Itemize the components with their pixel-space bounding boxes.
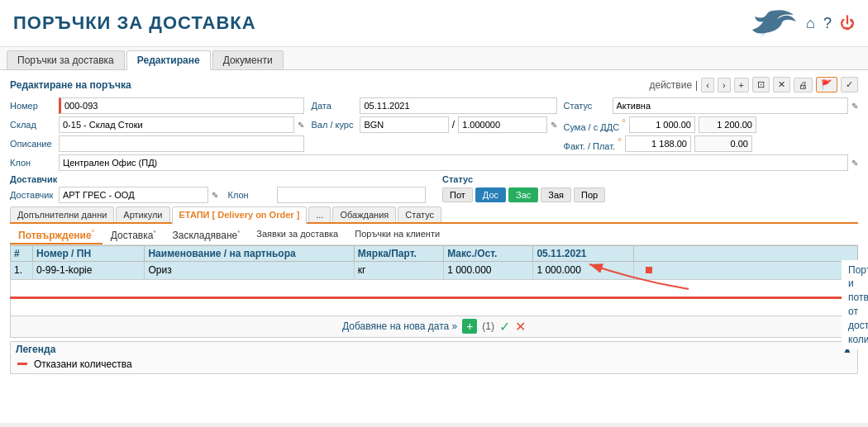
legend-header[interactable]: Легенда ▲	[11, 342, 857, 357]
cell-number-pn: 0-99-1-kopie	[33, 261, 145, 279]
description-input[interactable]	[59, 135, 304, 152]
col-unit: Мярка/Парт.	[354, 245, 443, 261]
date-input[interactable]	[360, 97, 556, 114]
status-zay-button[interactable]: Зая	[541, 187, 571, 202]
invoice-input2[interactable]	[694, 135, 752, 152]
status-buttons: Пот Дос Зас Зая Пор	[442, 187, 858, 202]
add-date-button[interactable]: +	[462, 319, 477, 334]
warehouse-input[interactable]	[59, 116, 294, 133]
supplier-edit-icon[interactable]: ✎	[212, 191, 218, 200]
table-row-empty-1	[11, 279, 858, 297]
section-title: Редактиране на поръчка	[10, 79, 131, 91]
branch-input[interactable]	[59, 154, 848, 171]
power-button[interactable]: ⏻	[840, 15, 855, 32]
status-section: Статус Пот Дос Зас Зая Пор	[442, 174, 858, 203]
warehouse-label: Склад	[10, 120, 55, 130]
nav-prev-button[interactable]: ‹	[701, 78, 714, 93]
tab-comments[interactable]: Обаждания	[332, 206, 396, 222]
sum-input[interactable]	[629, 116, 695, 133]
content-area: Редактиране на поръчка действие | ‹ › + …	[0, 70, 868, 423]
subtab-client-orders[interactable]: Поръчки на клиенти	[346, 227, 448, 244]
toolbar-right: действие | ‹ › + ⊡ ✕ 🖨 🚩 ✓	[649, 77, 858, 93]
legend-collapse-icon: ▲	[842, 344, 852, 355]
branch-edit-icon[interactable]: ✎	[851, 159, 858, 168]
tab-stages[interactable]: ЕТАПИ [ Delivery on Order ]	[172, 206, 308, 224]
col-empty	[634, 245, 858, 261]
supplier-branch-input[interactable]	[277, 187, 427, 203]
cancel-add-button[interactable]: ✕	[515, 319, 526, 334]
cell-date-val: 1 000.000	[533, 261, 634, 279]
table-header-row: # Номер / ПН Наименование / на партньора…	[11, 245, 858, 261]
print-button[interactable]: 🖨	[794, 78, 813, 93]
currency-input[interactable]	[360, 116, 448, 133]
add-row: Добавяне на нова дата » + (1) ✓ ✕	[10, 316, 858, 338]
tab-edit[interactable]: Редактиране	[126, 50, 211, 70]
sum-label: Сума / с ДДС °	[564, 117, 626, 132]
check-button[interactable]: ✓	[841, 77, 858, 93]
inner-tabs: Допълнителни данни Артикули ЕТАПИ [ Deli…	[10, 206, 858, 224]
toolbar-separator: |	[695, 79, 698, 91]
tab-articles[interactable]: Артикули	[116, 206, 169, 222]
legend-section: Легенда ▲ Отказани количества	[10, 341, 858, 374]
tab-additional[interactable]: Допълнителни данни	[10, 206, 114, 222]
header-title: ПОРЪЧКИ ЗА ДОСТАВКА	[13, 12, 256, 34]
home-button[interactable]: ⌂	[806, 15, 815, 32]
col-name: Наименование / на партньора	[145, 245, 354, 261]
tab-documents[interactable]: Документи	[212, 50, 284, 69]
col-date: 05.11.2021	[533, 245, 634, 261]
sum-input2[interactable]	[699, 116, 756, 133]
description-label: Описание	[10, 139, 55, 149]
add-row-label: Добавяне на нова дата »	[342, 320, 457, 332]
subtab-booking[interactable]: Заскладяване*	[165, 227, 249, 244]
sub-tabs: Потвърждение° Доставка* Заскладяване* За…	[10, 227, 858, 245]
tab-status[interactable]: Статус	[398, 206, 441, 222]
cell-name: Ориз	[145, 261, 354, 279]
table-row[interactable]: 1. 0-99-1-kopie Ориз кг 1 000.000 1 000.…	[11, 261, 858, 279]
supplier-title: Доставчик	[10, 174, 426, 184]
subtab-confirmation[interactable]: Потвърждение°	[10, 227, 103, 244]
flag-button[interactable]: 🚩	[816, 77, 837, 93]
currency-label: Вал / курс	[311, 120, 356, 130]
status-dos-button[interactable]: Дос	[475, 187, 506, 202]
supplier-input[interactable]	[59, 187, 208, 203]
status-por-button[interactable]: Пор	[574, 187, 605, 202]
copy-button[interactable]: ⊡	[752, 77, 770, 93]
confirm-add-button[interactable]: ✓	[499, 319, 510, 334]
invoice-input[interactable]	[625, 135, 691, 152]
currency-edit-icon[interactable]: ✎	[551, 121, 557, 130]
legend-item-label: Отказани количества	[34, 358, 132, 370]
main-tabs: Поръчки за доставка Редактиране Документ…	[0, 47, 868, 70]
subtab-delivery-orders[interactable]: Заявки за доставка	[248, 227, 346, 244]
status-input[interactable]	[613, 97, 848, 114]
currency-sep: /	[452, 119, 455, 130]
form-row-1: Номер Дата Статус ✎	[10, 97, 858, 114]
subtab-delivery[interactable]: Доставка*	[103, 227, 165, 244]
warehouse-edit-icon[interactable]: ✎	[298, 121, 304, 130]
status-section-title: Статус	[442, 174, 858, 184]
supplier-branch-label: Клон	[228, 190, 274, 200]
nav-next-button[interactable]: ›	[718, 78, 731, 93]
branch-label: Клон	[10, 158, 55, 168]
cell-max-ost: 1 000.000	[444, 261, 533, 279]
delete-button[interactable]: ✕	[773, 77, 790, 93]
data-table: # Номер / ПН Наименование / на партньора…	[10, 245, 858, 316]
status-label: Статус	[564, 101, 609, 111]
tab-orders[interactable]: Поръчки за доставка	[7, 50, 125, 69]
status-edit-icon[interactable]: ✎	[851, 102, 858, 111]
status-pot-button[interactable]: Пот	[442, 187, 473, 202]
bird-logo	[748, 7, 798, 40]
number-input[interactable]	[59, 97, 304, 114]
cell-num: 1.	[11, 261, 33, 279]
currency-rate-input[interactable]	[458, 116, 546, 133]
status-zas-button[interactable]: Зас	[508, 187, 538, 202]
col-num: #	[11, 245, 33, 261]
date-label: Дата	[311, 101, 356, 111]
add-button[interactable]: +	[734, 78, 749, 93]
number-label: Номер	[10, 101, 55, 111]
help-button[interactable]: ?	[823, 15, 832, 32]
form-row-3: Описание Факт. / Плат. °	[10, 135, 858, 152]
legend-title: Легенда	[16, 344, 55, 355]
tab-dots[interactable]: ...	[308, 206, 331, 222]
form-row-4: Клон ✎	[10, 154, 858, 171]
cell-dot	[634, 261, 858, 279]
